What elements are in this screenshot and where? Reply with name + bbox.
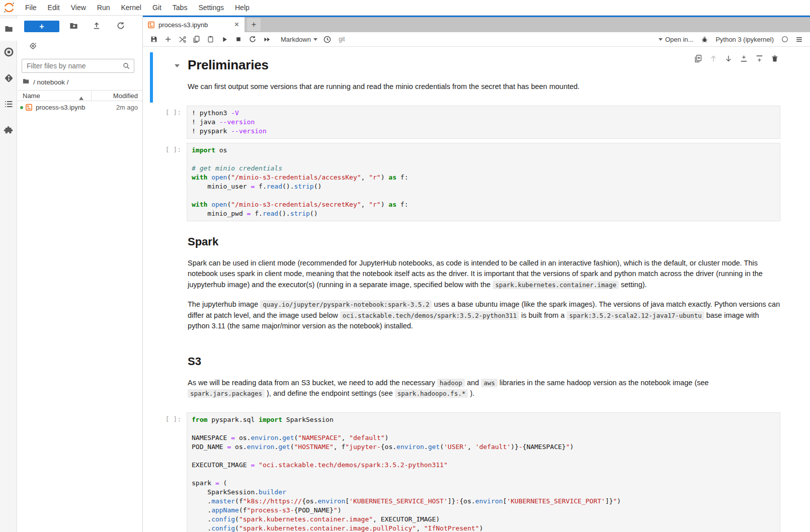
insert-cell-button[interactable] <box>161 33 175 45</box>
new-folder-button[interactable] <box>68 22 78 32</box>
code-line <box>192 191 775 200</box>
markdown-cell[interactable]: PreliminariesWe can first output some ve… <box>143 51 810 104</box>
kernel-status-icon[interactable] <box>778 33 792 45</box>
menu-bar: FileEditViewRunKernelGitTabsSettingsHelp <box>0 0 810 16</box>
move-up-cell-button[interactable] <box>709 54 717 63</box>
menu-file[interactable]: File <box>20 4 42 12</box>
file-modified: 2m ago <box>116 104 138 111</box>
restart-kernel-button[interactable] <box>246 33 260 45</box>
save-button[interactable] <box>147 33 161 45</box>
menu-view[interactable]: View <box>65 4 92 12</box>
tab-close-icon[interactable]: × <box>233 21 240 29</box>
chevron-down-icon <box>659 38 663 41</box>
interrupt-kernel-button[interactable] <box>231 33 246 45</box>
paste-cells-button[interactable] <box>203 33 217 45</box>
file-filter <box>22 59 134 73</box>
git-icon <box>4 73 14 85</box>
run-cell-button[interactable] <box>217 33 231 45</box>
chevron-down-icon <box>313 38 317 41</box>
kernel-name[interactable]: Python 3 (ipykernel) <box>711 36 778 43</box>
code-editor[interactable]: ! python3 -V! java --version! pyspark --… <box>187 106 780 139</box>
file-list-header: Name Modified <box>18 90 142 101</box>
jupyter-logo-icon <box>2 1 17 14</box>
file-list: process-s3.ipynb2m ago <box>18 102 142 114</box>
inline-code: spark.jars.packages <box>188 389 265 398</box>
code-cell[interactable]: [ ]:! python3 -V! java --version! pyspar… <box>143 104 810 141</box>
git-clone-button[interactable] <box>29 42 39 52</box>
notebook-content: PreliminariesWe can first output some ve… <box>143 47 810 532</box>
markdown-cell[interactable]: SparkSpark can be used in client mode (r… <box>143 223 810 343</box>
breadcrumb-path: / notebook / <box>33 78 69 86</box>
code-editor[interactable]: from pyspark.sql import SparkSession NAM… <box>187 412 780 532</box>
insert-above-cell-button[interactable] <box>740 54 748 63</box>
markdown-paragraph: We can first output some versions that a… <box>188 81 780 93</box>
code-line: with open("/minio-s3-credentials/accessK… <box>192 173 775 182</box>
code-line: minio_user = f.read().strip() <box>192 182 775 191</box>
inline-code: oci.stackable.tech/demos/spark:3.5.2-pyt… <box>340 311 519 320</box>
execution-prompt: [ ]: <box>143 415 181 423</box>
code-line: # get minio credentials <box>192 164 775 173</box>
code-line <box>192 452 775 461</box>
code-line: spark = ( <box>192 479 775 488</box>
search-icon <box>122 62 130 70</box>
tab-title: process-s3.ipynb <box>158 21 233 29</box>
duplicate-cell-button[interactable] <box>694 54 702 63</box>
refresh-button[interactable] <box>116 22 126 32</box>
markdown-paragraph: Spark can be used in client mode (recomm… <box>188 258 780 291</box>
file-browser-panel: + <box>18 16 142 532</box>
copy-cells-button[interactable] <box>189 33 203 45</box>
sidebar-tab-file-browser[interactable] <box>0 19 18 41</box>
file-filter-input[interactable] <box>22 62 122 70</box>
code-line: ! java --version <box>192 118 775 127</box>
code-line: ! pyspark --version <box>192 127 775 136</box>
tab-process-s3[interactable]: process-s3.ipynb × <box>143 17 245 32</box>
menu-git[interactable]: Git <box>147 4 167 12</box>
delete-cell-button[interactable] <box>771 54 779 63</box>
inline-code: spark:3.5.2-scala2.12-java17-ubuntu <box>566 311 704 320</box>
new-tab-button[interactable]: + <box>247 18 261 31</box>
insert-below-cell-button[interactable] <box>755 54 764 63</box>
menu-kernel[interactable]: Kernel <box>115 4 146 12</box>
cell-type-value: Markdown <box>281 36 311 43</box>
sidebar-tab-running-kernels[interactable] <box>0 42 17 64</box>
code-line: .config("spark.kubernetes.container.imag… <box>192 524 775 532</box>
menu-edit[interactable]: Edit <box>42 4 65 12</box>
menu-tabs[interactable]: Tabs <box>167 4 193 12</box>
menu-help[interactable]: Help <box>229 4 255 12</box>
home-folder-icon <box>22 77 30 86</box>
list-icon <box>4 99 14 111</box>
sidebar-tab-git[interactable] <box>0 68 17 90</box>
code-cell[interactable]: [ ]:import os # get minio credentialswit… <box>143 141 810 223</box>
column-divider <box>91 91 92 101</box>
code-line <box>192 470 775 479</box>
menu-run[interactable]: Run <box>92 4 116 12</box>
heading-collapser-icon[interactable] <box>175 64 180 67</box>
markdown-cell[interactable]: S3As we will be reading data from an S3 … <box>143 343 810 410</box>
notebook-menu-icon[interactable] <box>792 33 806 45</box>
cut-cells-button[interactable] <box>175 33 189 45</box>
code-line: import os <box>192 146 775 155</box>
restart-run-all-button[interactable] <box>260 33 274 45</box>
open-in-label: Open in... <box>665 36 693 43</box>
markdown-heading: Spark <box>188 235 780 248</box>
file-row[interactable]: process-s3.ipynb2m ago <box>18 102 142 114</box>
column-header-modified[interactable]: Modified <box>113 92 138 100</box>
upload-button[interactable] <box>92 22 102 32</box>
code-cell[interactable]: [ ]:from pyspark.sql import SparkSession… <box>143 410 810 532</box>
file-name: process-s3.ipynb <box>36 104 85 111</box>
sidebar-tab-table-of-contents[interactable] <box>0 94 17 116</box>
debugger-button[interactable] <box>697 33 711 45</box>
sidebar-tab-extensions[interactable] <box>0 120 17 142</box>
cells: PreliminariesWe can first output some ve… <box>143 47 810 532</box>
cell-type-dropdown[interactable]: Markdown <box>278 36 320 43</box>
kernel-history-button[interactable] <box>320 33 335 45</box>
open-in-dropdown[interactable]: Open in... <box>655 36 697 43</box>
new-launcher-button[interactable]: + <box>24 21 59 32</box>
menu-settings[interactable]: Settings <box>193 4 229 12</box>
code-line: SparkSession.builder <box>192 488 775 497</box>
column-header-name[interactable]: Name <box>23 92 40 100</box>
move-down-cell-button[interactable] <box>724 54 733 63</box>
kernel-running-dot <box>20 106 23 109</box>
breadcrumb[interactable]: / notebook / <box>22 77 69 87</box>
code-editor[interactable]: import os # get minio credentialswith op… <box>187 143 780 221</box>
